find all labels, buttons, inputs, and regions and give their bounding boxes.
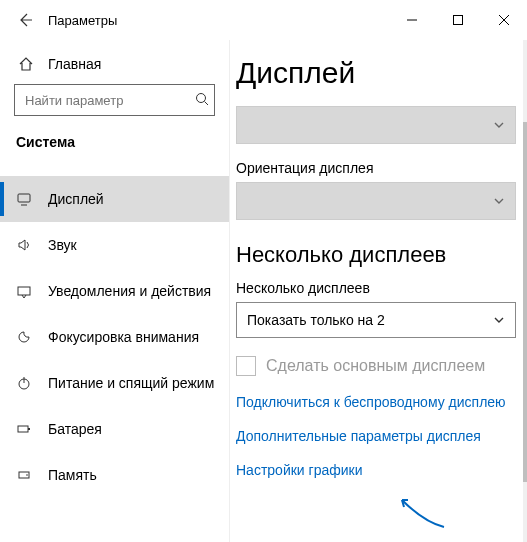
sidebar: Главная Система ДисплейЗвукУведомления и… (0, 40, 230, 542)
svg-line-3 (205, 101, 209, 105)
sidebar-item-sound[interactable]: Звук (0, 222, 229, 268)
focus-icon (16, 329, 38, 345)
home-label: Главная (48, 56, 101, 72)
svg-rect-10 (28, 428, 30, 430)
storage-icon (16, 467, 38, 483)
graphics-settings-link[interactable]: Настройки графики (236, 462, 363, 478)
multi-displays-label: Несколько дисплеев (236, 280, 517, 296)
chevron-down-icon (493, 195, 505, 207)
sidebar-item-label: Питание и спящий режим (48, 375, 214, 391)
window-title: Параметры (48, 13, 117, 28)
scrollbar-thumb[interactable] (523, 122, 527, 482)
section-title: Система (0, 130, 229, 164)
sidebar-item-battery[interactable]: Батарея (0, 406, 229, 452)
scale-dropdown[interactable] (236, 106, 516, 144)
search-icon (195, 92, 209, 109)
sidebar-item-focus[interactable]: Фокусировка внимания (0, 314, 229, 360)
maximize-icon (452, 14, 464, 26)
svg-point-2 (197, 93, 206, 102)
page-title: Дисплей (236, 56, 517, 90)
sidebar-item-label: Батарея (48, 421, 102, 437)
multi-displays-heading: Несколько дисплеев (236, 242, 517, 268)
sidebar-item-label: Фокусировка внимания (48, 329, 199, 345)
search-input[interactable] (14, 84, 215, 116)
sidebar-item-label: Дисплей (48, 191, 104, 207)
close-icon (498, 14, 510, 26)
sidebar-item-display[interactable]: Дисплей (0, 176, 229, 222)
sidebar-item-storage[interactable]: Память (0, 452, 229, 498)
back-button[interactable] (10, 5, 40, 35)
home-link[interactable]: Главная (0, 50, 229, 84)
minimize-icon (406, 14, 418, 26)
sound-icon (16, 237, 38, 253)
sidebar-item-notify[interactable]: Уведомления и действия (0, 268, 229, 314)
multi-displays-dropdown[interactable]: Показать только на 2 (236, 302, 516, 338)
svg-rect-4 (18, 194, 30, 202)
wireless-display-link[interactable]: Подключиться к беспроводному дисплею (236, 394, 506, 410)
chevron-down-icon (493, 119, 505, 131)
svg-point-12 (26, 474, 28, 476)
close-button[interactable] (481, 0, 527, 40)
minimize-button[interactable] (389, 0, 435, 40)
orientation-label: Ориентация дисплея (236, 160, 517, 176)
content-pane: Дисплей Ориентация дисплея Несколько дис… (230, 40, 527, 542)
chevron-down-icon (493, 314, 505, 326)
orientation-dropdown[interactable] (236, 182, 516, 220)
main-display-checkbox-label: Сделать основным дисплеем (266, 357, 485, 375)
main-display-checkbox-row: Сделать основным дисплеем (236, 356, 517, 376)
annotation-arrow (394, 492, 454, 532)
display-icon (16, 191, 38, 207)
notify-icon (16, 283, 38, 299)
sidebar-item-label: Память (48, 467, 97, 483)
arrow-left-icon (17, 12, 33, 28)
sidebar-item-power[interactable]: Питание и спящий режим (0, 360, 229, 406)
multi-displays-value: Показать только на 2 (247, 312, 385, 328)
svg-rect-6 (18, 287, 30, 295)
advanced-display-link[interactable]: Дополнительные параметры дисплея (236, 428, 481, 444)
svg-rect-9 (18, 426, 28, 432)
maximize-button[interactable] (435, 0, 481, 40)
sidebar-item-label: Звук (48, 237, 77, 253)
main-display-checkbox (236, 356, 256, 376)
home-icon (18, 56, 36, 72)
search-field[interactable] (23, 92, 195, 109)
power-icon (16, 375, 38, 391)
sidebar-item-label: Уведомления и действия (48, 283, 211, 299)
battery-icon (16, 421, 38, 437)
svg-rect-1 (454, 16, 463, 25)
